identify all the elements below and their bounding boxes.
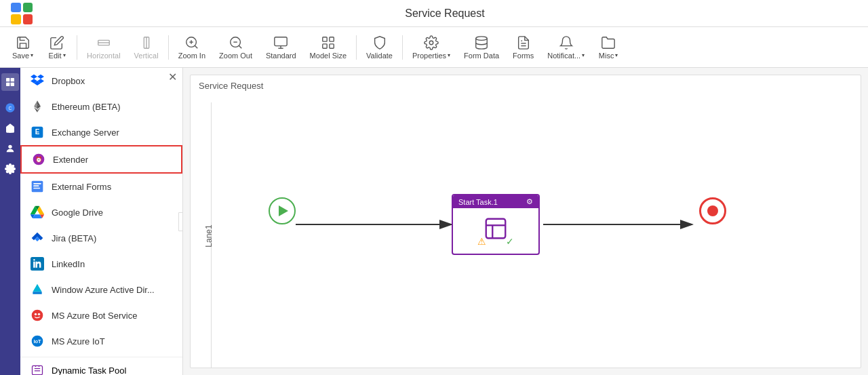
- dropbox-icon: [30, 73, 45, 88]
- toolbar-divider-2: [168, 35, 169, 60]
- page-title: Service Request: [33, 7, 857, 20]
- svg-text:⏰: ⏰: [35, 156, 43, 163]
- svg-rect-17: [330, 43, 334, 47]
- sidebar-item-4[interactable]: [1, 140, 19, 157]
- zoom-out-button[interactable]: Zoom Out: [212, 33, 259, 62]
- google-drive-icon: [30, 205, 45, 220]
- svg-rect-25: [11, 83, 14, 86]
- task-check-icon: ✓: [506, 236, 514, 247]
- list-item-dropbox[interactable]: Dropbox: [20, 68, 182, 94]
- list-item-dynamic-task-pool[interactable]: Dynamic Task Pool: [20, 357, 182, 375]
- jira-icon: [30, 231, 45, 245]
- azure-bot-icon: [30, 308, 45, 323]
- svg-text:C: C: [9, 106, 12, 111]
- svg-rect-23: [11, 78, 14, 81]
- sidebar: C: [0, 68, 20, 375]
- notifications-button[interactable]: Notificat... ▾: [540, 33, 591, 62]
- task-body-icon: [483, 216, 509, 241]
- svg-point-47: [38, 313, 40, 315]
- flow-start-icon: [279, 205, 288, 216]
- sidebar-item-1[interactable]: [1, 73, 19, 91]
- toolbar: Save ▾ Edit ▾ Horizontal Vertical Zoom I…: [0, 27, 868, 68]
- collapse-panel-button[interactable]: ‹: [178, 212, 183, 231]
- properties-button[interactable]: Properties ▾: [406, 33, 457, 62]
- dynamic-task-pool-icon: [30, 363, 45, 375]
- task-warning-icon: ⚠: [477, 236, 486, 247]
- flow-task-body: ⚠ ✓: [453, 208, 538, 249]
- canvas-area: Service Request Lane1: [183, 68, 868, 375]
- dropdown-panel: ✕ Dropbox Ethereum (BETA) E E: [20, 68, 183, 375]
- azure-iot-icon: IoT: [30, 334, 45, 349]
- flow-task-node[interactable]: Start Task.1 ⚙ ⚠ ✓: [452, 194, 540, 255]
- svg-rect-11: [275, 37, 287, 45]
- svg-line-9: [239, 45, 241, 48]
- list-item-ms-azure-iot[interactable]: IoT MS Azure IoT: [20, 328, 182, 354]
- vertical-button[interactable]: Vertical: [127, 33, 165, 62]
- zoom-in-button[interactable]: Zoom In: [172, 33, 212, 62]
- exchange-icon: E: [30, 125, 45, 140]
- misc-button[interactable]: Misc ▾: [591, 33, 625, 62]
- list-item-exchange-server[interactable]: E Exchange Server: [20, 119, 182, 145]
- flow-end-node[interactable]: [699, 197, 726, 224]
- validate-button[interactable]: Validate: [359, 33, 399, 62]
- list-item-linkedin[interactable]: LinkedIn: [20, 251, 182, 277]
- task-body-content: ⚠ ✓: [479, 212, 513, 245]
- svg-rect-50: [33, 366, 43, 374]
- toolbar-divider-1: [77, 35, 77, 60]
- main-area: C ✕ Dropbox Ethe: [0, 68, 868, 375]
- sidebar-item-5[interactable]: [1, 160, 19, 178]
- forms-button[interactable]: Forms: [506, 33, 540, 62]
- list-item-ms-azure-bot[interactable]: MS Azure Bot Service: [20, 302, 182, 328]
- svg-rect-22: [6, 78, 9, 81]
- dropdown-list: Dropbox Ethereum (BETA) E Exchange Serve…: [20, 68, 182, 354]
- standard-button[interactable]: Standard: [259, 33, 303, 62]
- list-item-window-azure[interactable]: Window Azure Active Dir...: [20, 277, 182, 302]
- flow-end-icon: [707, 205, 718, 216]
- list-item-google-drive[interactable]: Google Drive: [20, 199, 182, 225]
- toolbar-divider-3: [356, 35, 357, 60]
- form-data-button[interactable]: Form Data: [457, 33, 506, 62]
- svg-rect-16: [323, 43, 327, 47]
- sidebar-item-2[interactable]: C: [1, 99, 19, 117]
- svg-rect-41: [33, 183, 41, 184]
- canvas-container: Service Request Lane1: [190, 75, 861, 368]
- svg-rect-14: [323, 37, 327, 41]
- svg-point-19: [476, 36, 488, 40]
- svg-point-18: [429, 41, 433, 45]
- app-grid-icon[interactable]: [11, 3, 33, 24]
- svg-rect-57: [486, 219, 506, 239]
- sidebar-item-3[interactable]: [1, 119, 19, 137]
- extender-icon: ⏰: [31, 152, 46, 167]
- list-item-extender[interactable]: ⏰ Extender: [20, 145, 182, 174]
- svg-point-28: [8, 145, 12, 149]
- flow-task-header: Start Task.1 ⚙: [453, 195, 538, 208]
- svg-rect-43: [33, 188, 40, 189]
- azure-active-dir-icon: [30, 282, 45, 297]
- flow-start-node[interactable]: [269, 197, 296, 224]
- svg-text:IoT: IoT: [33, 338, 41, 344]
- svg-line-5: [195, 45, 197, 48]
- list-item-ethereum[interactable]: Ethereum (BETA): [20, 94, 182, 119]
- list-item-jira[interactable]: Jira (BETA): [20, 225, 182, 251]
- linkedin-icon: [30, 256, 45, 271]
- external-forms-icon: [30, 179, 45, 194]
- horizontal-button[interactable]: Horizontal: [80, 33, 127, 62]
- svg-text:E: E: [35, 128, 40, 136]
- svg-rect-15: [330, 37, 334, 41]
- svg-rect-24: [6, 83, 9, 86]
- model-size-button[interactable]: Model Size: [303, 33, 353, 62]
- panel-close-button[interactable]: ✕: [168, 71, 177, 83]
- task-settings-icon[interactable]: ⚙: [526, 197, 533, 206]
- save-button[interactable]: Save ▾: [5, 33, 40, 62]
- svg-point-46: [35, 313, 37, 315]
- header: Service Request: [0, 0, 868, 27]
- list-item-external-forms[interactable]: External Forms: [20, 174, 182, 199]
- svg-rect-42: [33, 185, 39, 186]
- edit-button[interactable]: Edit ▾: [40, 33, 74, 62]
- svg-point-45: [32, 310, 43, 321]
- ethereum-icon: [30, 99, 45, 114]
- toolbar-divider-4: [402, 35, 403, 60]
